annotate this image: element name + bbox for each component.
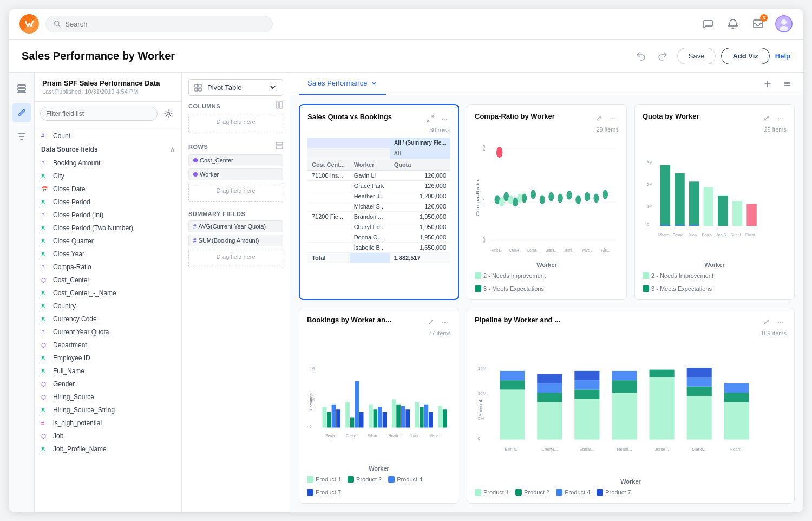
row-tag-cost-center[interactable]: Cost_Center: [188, 154, 283, 166]
list-item[interactable]: ACity: [35, 170, 181, 183]
list-item[interactable]: #Booking Amount: [35, 157, 181, 170]
list-item[interactable]: #Close Period (Int): [35, 209, 181, 222]
list-item[interactable]: AEmployee ID: [35, 351, 181, 364]
list-item[interactable]: ⬡Cost_Center: [35, 273, 181, 286]
viz-card-header: Bookings by Worker an... ⤢ ···: [307, 316, 451, 328]
list-item[interactable]: ⬡Gender: [35, 377, 181, 390]
expand-button[interactable]: [424, 113, 436, 125]
chat-icon[interactable]: [700, 16, 716, 31]
add-viz-button[interactable]: Add Viz: [721, 48, 769, 64]
list-item[interactable]: AClose Quarter: [35, 235, 181, 248]
list-item[interactable]: ACost_Center_-_Name: [35, 286, 181, 299]
chart-legend: Product 1 Product 2 Product 4 Produ: [475, 489, 787, 496]
list-item[interactable]: AFull_Name: [35, 364, 181, 377]
tag-label: SUM(Booking Amount): [199, 237, 259, 244]
svg-text:Heath...: Heath...: [389, 434, 401, 438]
notification-icon[interactable]: [725, 16, 741, 31]
legend-item-p4: Product 4: [388, 476, 422, 483]
columns-icon: [276, 101, 283, 110]
tab-sales-performance[interactable]: Sales Performance: [299, 73, 386, 95]
table-row: Michael S...126,000: [307, 201, 450, 212]
svg-text:1: 1: [483, 198, 486, 206]
list-item[interactable]: AHiring_Source_String: [35, 403, 181, 416]
summary-tag-sum[interactable]: # SUM(Booking Amount): [188, 235, 283, 246]
svg-text:Eduar...: Eduar...: [579, 447, 594, 452]
field-name: Full_Name: [53, 367, 84, 375]
list-item[interactable]: ACurrency Code: [35, 312, 181, 325]
legend-color: [643, 285, 649, 292]
inbox-icon[interactable]: 3: [750, 16, 765, 31]
menu-tab-button[interactable]: [780, 76, 795, 92]
help-button[interactable]: Help: [775, 52, 790, 60]
list-item[interactable]: 📅Close Date: [35, 183, 181, 196]
svg-point-42: [603, 190, 608, 199]
summary-drop-zone[interactable]: Drag field here: [188, 249, 283, 268]
field-search-input[interactable]: [40, 107, 158, 121]
search-input[interactable]: [65, 20, 265, 28]
svg-rect-94: [415, 402, 420, 428]
data-source-icon-btn[interactable]: [12, 79, 31, 99]
save-button[interactable]: Save: [677, 48, 716, 64]
search-bar[interactable]: [45, 16, 273, 32]
svg-text:Marie...: Marie...: [692, 447, 706, 452]
list-item[interactable]: AClose Period (Two Number): [35, 222, 181, 235]
redo-button[interactable]: [654, 47, 672, 64]
filter-icon-btn[interactable]: [12, 127, 31, 146]
collapse-icon[interactable]: ∧: [170, 146, 175, 153]
summary-tag-avg[interactable]: # AVG(Current Year Quota): [188, 220, 283, 232]
svg-rect-97: [429, 412, 433, 428]
rows-drop-zone[interactable]: Drag field here: [188, 183, 283, 202]
list-item[interactable]: ⬡Department: [35, 338, 181, 351]
expand-button[interactable]: ⤢: [425, 316, 437, 328]
field-name: Count: [53, 132, 70, 140]
svg-text:10M: 10M: [478, 391, 487, 396]
viz-items-count: 77 items: [307, 330, 451, 336]
columns-drop-zone[interactable]: Drag field here: [188, 114, 283, 133]
list-item[interactable]: ⬡Hiring_Source: [35, 390, 181, 403]
edit-icon-btn[interactable]: [12, 103, 31, 122]
pivot-type-select[interactable]: Pivot Table Bar Chart Line Chart: [205, 83, 277, 92]
legend-item-p4: Product 4: [556, 489, 590, 496]
list-item[interactable]: ACountry: [35, 299, 181, 312]
svg-rect-126: [650, 370, 675, 377]
app-shell: 3 Sales Performance by Worker Save Add V…: [9, 9, 803, 512]
more-button[interactable]: ···: [439, 316, 451, 328]
chart-area-pipeline: 15M 10M 5M 0: [475, 341, 787, 476]
list-item[interactable]: ⬡Job: [35, 429, 181, 442]
more-button[interactable]: ···: [607, 112, 619, 124]
list-item[interactable]: AClose Year: [35, 248, 181, 260]
field-search-row: [35, 102, 181, 126]
list-item[interactable]: ≈is_high_potential: [35, 416, 181, 429]
more-button[interactable]: ···: [775, 316, 787, 328]
svg-rect-113: [500, 371, 525, 380]
list-item[interactable]: AJob_Profile_Name: [35, 442, 181, 455]
svg-rect-124: [612, 371, 637, 380]
svg-rect-79: [327, 412, 331, 428]
add-tab-button[interactable]: [760, 76, 775, 92]
pivot-selector[interactable]: Pivot Table Bar Chart Line Chart: [188, 79, 283, 96]
undo-button[interactable]: [632, 47, 649, 64]
list-item[interactable]: #Compa-Ratio: [35, 260, 181, 273]
count-field-item[interactable]: # Count: [35, 129, 181, 142]
datasource-title: Prism SPF Sales Performance Data: [42, 79, 174, 87]
more-button[interactable]: ···: [438, 113, 450, 125]
svg-text:Carme...: Carme...: [509, 247, 521, 253]
field-type-icon: A: [41, 303, 49, 309]
svg-point-43: [496, 147, 503, 158]
row-tag-worker[interactable]: Worker: [188, 168, 283, 180]
svg-rect-58: [660, 165, 670, 226]
viz-card-header: Sales Quota vs Bookings ···: [307, 113, 450, 125]
table-row: Donna O...1,950,000: [307, 232, 450, 243]
viz-card-actions: ⤢ ···: [761, 316, 787, 328]
expand-button[interactable]: ⤢: [761, 316, 772, 328]
field-settings-button[interactable]: [161, 106, 176, 121]
list-item[interactable]: #Current Year Quota: [35, 325, 181, 338]
expand-button[interactable]: ⤢: [761, 112, 772, 124]
svg-point-36: [548, 192, 554, 201]
svg-point-9: [167, 113, 170, 115]
list-item[interactable]: AClose Period: [35, 196, 181, 209]
avatar[interactable]: [775, 15, 793, 32]
more-button[interactable]: ···: [775, 112, 787, 124]
expand-button[interactable]: ⤢: [593, 112, 605, 124]
field-type-icon: #: [41, 329, 49, 335]
